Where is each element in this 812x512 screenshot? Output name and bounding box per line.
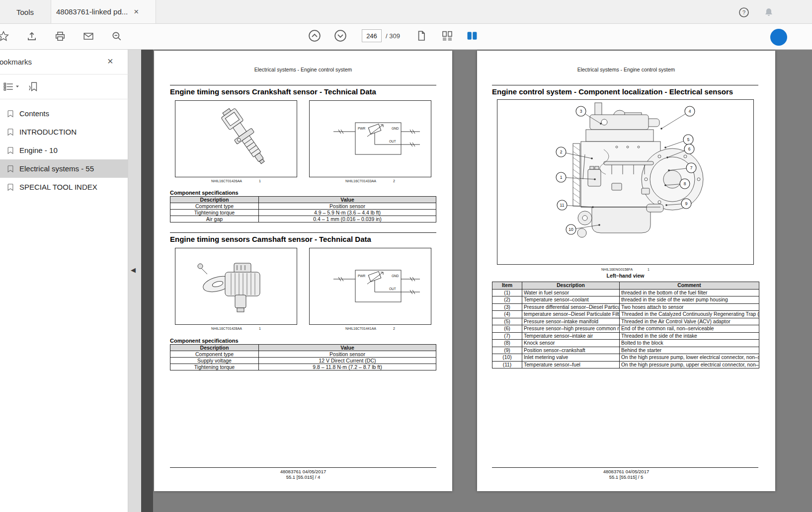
acrobat-window: { "tabbar": { "tools_tab": "Tools", "doc… bbox=[0, 0, 812, 512]
sidebar-item-label: Engine - 10 bbox=[19, 146, 58, 154]
callout-number: 5 bbox=[687, 137, 690, 142]
page-header: Electrical systems - Engine control syst… bbox=[154, 67, 452, 73]
pdf-page-left: Electrical systems - Engine control syst… bbox=[154, 51, 452, 491]
notifications-bell-icon[interactable] bbox=[763, 7, 774, 18]
crankshaft-spec-table: Description Value Component typePosition… bbox=[170, 196, 436, 222]
table-title: Component specifications bbox=[170, 190, 239, 196]
footer-page-ref: 55.1 [55.015] / 4 bbox=[154, 475, 452, 480]
sidebar-item-engine[interactable]: Engine - 10 bbox=[0, 141, 128, 159]
column-header: Description bbox=[170, 197, 259, 203]
table-title: Component specifications bbox=[170, 338, 239, 344]
table-cell: 12 V Direct Current (DC) bbox=[259, 358, 436, 364]
callout-number: 10 bbox=[568, 227, 573, 232]
table-cell: Position sensor bbox=[259, 351, 436, 358]
sidebar-item-contents[interactable]: Contents bbox=[0, 104, 128, 123]
panel-gutter bbox=[128, 50, 141, 512]
page-number-input[interactable] bbox=[362, 29, 382, 42]
favorite-star-icon[interactable] bbox=[0, 30, 10, 43]
table-cell: (1) bbox=[492, 289, 522, 296]
column-header: Comment bbox=[620, 282, 759, 290]
close-tab-icon[interactable]: × bbox=[134, 7, 139, 16]
table-row: (3)Pressure differential sensor–Diesel P… bbox=[492, 303, 759, 311]
table-cell: Temperature sensor–intake air bbox=[522, 332, 620, 340]
sidebar-item-label: Contents bbox=[19, 109, 49, 118]
table-cell: (8) bbox=[492, 340, 522, 347]
figure-caption: NHIL16CT01426AA1 bbox=[175, 179, 297, 183]
table-row: (10)Inlet metering valveOn the high pres… bbox=[492, 354, 759, 362]
bookmarks-panel: ookmarks × Contents INTRODUCTION Engine … bbox=[0, 50, 128, 512]
pdf-page-right: Electrical systems - Engine control syst… bbox=[477, 51, 775, 491]
column-header: Value bbox=[259, 345, 436, 351]
table-row: Component typePosition sensor bbox=[170, 351, 436, 358]
share-upload-icon[interactable] bbox=[25, 30, 38, 43]
page-count-label: / 309 bbox=[386, 32, 400, 40]
table-row: (5)Pressure sensor–intake manifoldThread… bbox=[492, 318, 759, 325]
email-icon[interactable] bbox=[82, 30, 95, 43]
table-cell: (4) bbox=[492, 311, 522, 318]
circuit-label-out: OUT bbox=[389, 287, 396, 291]
callout-number: 3 bbox=[580, 109, 582, 114]
table-cell: Supply voltage bbox=[170, 358, 259, 364]
two-page-view-icon[interactable] bbox=[466, 29, 479, 42]
table-row: Supply voltage12 V Direct Current (DC) bbox=[170, 358, 436, 364]
table-cell: (11) bbox=[492, 361, 522, 368]
table-cell: End of the common rail, non–serviceable bbox=[620, 325, 759, 333]
print-icon[interactable] bbox=[54, 30, 67, 43]
next-page-icon[interactable] bbox=[334, 29, 347, 42]
circuit-label-pwr: PWR bbox=[358, 127, 365, 130]
table-cell: Temperature sensor–fuel bbox=[522, 361, 620, 368]
sensor-localization-table: Item Description Comment (1)Water in fue… bbox=[492, 282, 759, 368]
single-page-view-icon[interactable] bbox=[415, 29, 428, 42]
tab-bar: Tools 48083761-linked pd... × ? bbox=[0, 0, 812, 24]
figure-caption: NHIL16CT01433AA2 bbox=[309, 179, 431, 183]
sidebar-item-introduction[interactable]: INTRODUCTION bbox=[0, 123, 128, 141]
table-cell: 4.9 – 5.9 N·m (3.6 – 4.4 lb ft) bbox=[259, 210, 436, 216]
callout-number: 8 bbox=[684, 181, 686, 186]
camshaft-spec-table: Description Value Component typePosition… bbox=[170, 344, 436, 370]
bookmark-icon bbox=[6, 110, 14, 118]
tools-panel-fab[interactable] bbox=[770, 29, 787, 46]
chevron-down-icon bbox=[15, 84, 19, 88]
bookmark-icon bbox=[6, 128, 14, 136]
page-layout-icon[interactable] bbox=[441, 29, 454, 42]
bookmarks-panel-header: ookmarks × bbox=[0, 50, 128, 74]
crankshaft-circuit-diagram: PWR GND OUT bbox=[310, 101, 431, 177]
tab-tools[interactable]: Tools bbox=[0, 0, 50, 24]
circuit-label-out: OUT bbox=[389, 140, 396, 143]
table-cell: threaded in the side of the water pump h… bbox=[620, 296, 759, 304]
figure-camshaft-sensor bbox=[175, 248, 297, 325]
section-rule bbox=[492, 85, 758, 85]
table-cell: Pressure sensor–high pressure common rai… bbox=[522, 325, 620, 333]
sidebar-item-label: SPECIAL TOOL INDEX bbox=[19, 183, 97, 191]
previous-page-icon[interactable] bbox=[308, 29, 321, 42]
zoom-out-icon[interactable] bbox=[110, 30, 123, 43]
table-cell: (7) bbox=[492, 332, 522, 340]
section-rule bbox=[170, 232, 436, 233]
callout-number: 1 bbox=[560, 175, 563, 180]
sidebar-item-electrical-systems[interactable]: Electrical systems - 55 bbox=[0, 159, 128, 178]
table-cell: On the high pressure pump, lower electri… bbox=[620, 354, 759, 362]
figure-caption: NHIL16ENG0158FA1 bbox=[497, 268, 754, 271]
table-row: Component typePosition sensor bbox=[170, 203, 436, 210]
table-row: (6)Pressure sensor–high pressure common … bbox=[492, 325, 759, 333]
footer-doc-id: 48083761 04/05/2017 bbox=[477, 469, 775, 475]
collapse-panel-icon[interactable]: ◀ bbox=[131, 266, 136, 274]
table-cell: Threaded in the Catalyzed Continuously R… bbox=[620, 311, 759, 318]
help-icon[interactable]: ? bbox=[738, 7, 749, 18]
main-toolbar: / 309 bbox=[0, 24, 812, 50]
table-cell: Pressure sensor–intake manifold bbox=[522, 318, 620, 325]
close-panel-icon[interactable]: × bbox=[107, 56, 113, 66]
table-cell: 0.4 – 1 mm (0.016 – 0.039 in) bbox=[259, 216, 436, 222]
bookmark-options-icon[interactable] bbox=[3, 81, 19, 92]
sidebar-item-special-tool-index[interactable]: SPECIAL TOOL INDEX bbox=[0, 178, 128, 196]
table-cell: Component type bbox=[170, 351, 259, 358]
tab-document[interactable]: 48083761-linked pd... × bbox=[51, 0, 156, 23]
camshaft-sensor-drawing bbox=[175, 248, 297, 325]
table-cell: (10) bbox=[492, 354, 522, 362]
expand-current-bookmark-icon[interactable] bbox=[28, 81, 40, 93]
table-row: (7)Temperature sensor–intake airThreaded… bbox=[492, 332, 759, 340]
figure-caption: NHIL16CT01428AA1 bbox=[175, 327, 297, 330]
table-row: Tightening torque4.9 – 5.9 N·m (3.6 – 4.… bbox=[170, 210, 436, 216]
table-cell: Threaded in the Air Control Valve (ACV) … bbox=[620, 318, 759, 325]
callout-number: 6 bbox=[688, 146, 691, 151]
